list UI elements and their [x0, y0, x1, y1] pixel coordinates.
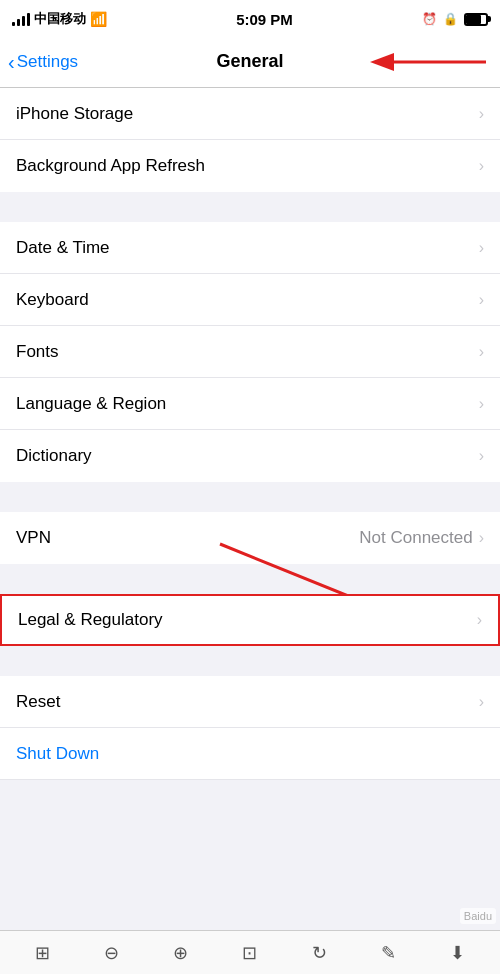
- chevron-icon-legal-regulatory: ›: [477, 611, 482, 629]
- row-reset[interactable]: Reset ›: [0, 676, 500, 728]
- row-shut-down[interactable]: Shut Down: [0, 728, 500, 780]
- row-date-time[interactable]: Date & Time ›: [0, 222, 500, 274]
- chevron-icon-iphone-storage: ›: [479, 105, 484, 123]
- section-group-reset: Reset › Shut Down: [0, 676, 500, 780]
- section-group-legal: Legal & Regulatory ›: [0, 594, 500, 646]
- row-label-vpn: VPN: [16, 528, 359, 548]
- row-label-fonts: Fonts: [16, 342, 479, 362]
- signal-bars: [12, 12, 30, 26]
- section-group-1: iPhone Storage › Background App Refresh …: [0, 88, 500, 192]
- toolbar-zoom-out-icon[interactable]: ⊖: [104, 942, 119, 964]
- row-label-language-region: Language & Region: [16, 394, 479, 414]
- bottom-toolbar: ⊞ ⊖ ⊕ ⊡ ↻ ✎ ⬇: [0, 930, 500, 974]
- signal-bar-2: [17, 19, 20, 26]
- nav-bar: ‹ Settings General: [0, 36, 500, 88]
- row-background-app-refresh[interactable]: Background App Refresh ›: [0, 140, 500, 192]
- spacer-4: [0, 646, 500, 676]
- back-button[interactable]: ‹ Settings: [8, 52, 78, 72]
- spacer-2: [0, 482, 500, 512]
- chevron-icon-reset: ›: [479, 693, 484, 711]
- signal-bar-4: [27, 13, 30, 26]
- row-label-reset: Reset: [16, 692, 479, 712]
- row-label-shut-down: Shut Down: [16, 744, 484, 764]
- toolbar-zoom-in-icon[interactable]: ⊕: [173, 942, 188, 964]
- chevron-icon-background-app-refresh: ›: [479, 157, 484, 175]
- row-label-date-time: Date & Time: [16, 238, 479, 258]
- toolbar-edit-icon[interactable]: ✎: [381, 942, 396, 964]
- section-group-vpn: VPN Not Connected ›: [0, 512, 500, 564]
- row-iphone-storage[interactable]: iPhone Storage ›: [0, 88, 500, 140]
- row-value-vpn: Not Connected: [359, 528, 472, 548]
- chevron-icon-fonts: ›: [479, 343, 484, 361]
- chevron-icon-keyboard: ›: [479, 291, 484, 309]
- watermark: Baidu: [460, 908, 496, 924]
- row-vpn[interactable]: VPN Not Connected ›: [0, 512, 500, 564]
- status-right: ⏰ 🔒: [422, 12, 488, 26]
- row-label-iphone-storage: iPhone Storage: [16, 104, 479, 124]
- general-arrow-annotation: [366, 42, 496, 82]
- row-language-region[interactable]: Language & Region ›: [0, 378, 500, 430]
- chevron-icon-language-region: ›: [479, 395, 484, 413]
- row-label-keyboard: Keyboard: [16, 290, 479, 310]
- row-keyboard[interactable]: Keyboard ›: [0, 274, 500, 326]
- toolbar-refresh-icon[interactable]: ↻: [312, 942, 327, 964]
- back-chevron-icon: ‹: [8, 52, 15, 72]
- status-time: 5:09 PM: [236, 11, 293, 28]
- signal-bar-3: [22, 16, 25, 26]
- page-wrapper: 中国移动 📶 5:09 PM ⏰ 🔒 ‹ Settings General: [0, 0, 500, 860]
- page-title: General: [216, 51, 283, 72]
- alarm-icon: ⏰: [422, 12, 437, 26]
- row-label-legal-regulatory: Legal & Regulatory: [18, 610, 477, 630]
- status-bar: 中国移动 📶 5:09 PM ⏰ 🔒: [0, 0, 500, 36]
- spacer-1: [0, 192, 500, 222]
- back-label: Settings: [17, 52, 78, 72]
- chevron-icon-vpn: ›: [479, 529, 484, 547]
- toolbar-page-icon[interactable]: ⊡: [242, 942, 257, 964]
- battery-icon: [464, 13, 488, 26]
- row-label-dictionary: Dictionary: [16, 446, 479, 466]
- row-fonts[interactable]: Fonts ›: [0, 326, 500, 378]
- lock-icon: 🔒: [443, 12, 458, 26]
- chevron-icon-dictionary: ›: [479, 447, 484, 465]
- battery-fill: [466, 15, 481, 24]
- toolbar-download-icon[interactable]: ⬇: [450, 942, 465, 964]
- chevron-icon-date-time: ›: [479, 239, 484, 257]
- signal-bar-1: [12, 22, 15, 26]
- wifi-icon: 📶: [90, 11, 107, 27]
- status-left: 中国移动 📶: [12, 10, 107, 28]
- section-group-2: Date & Time › Keyboard › Fonts › Languag…: [0, 222, 500, 482]
- toolbar-grid-icon[interactable]: ⊞: [35, 942, 50, 964]
- bottom-spacer: [0, 780, 500, 860]
- carrier-name: 中国移动: [34, 10, 86, 28]
- settings-content: iPhone Storage › Background App Refresh …: [0, 88, 500, 860]
- row-dictionary[interactable]: Dictionary ›: [0, 430, 500, 482]
- row-legal-regulatory[interactable]: Legal & Regulatory ›: [0, 594, 500, 646]
- spacer-3: [0, 564, 500, 594]
- row-label-background-app-refresh: Background App Refresh: [16, 156, 479, 176]
